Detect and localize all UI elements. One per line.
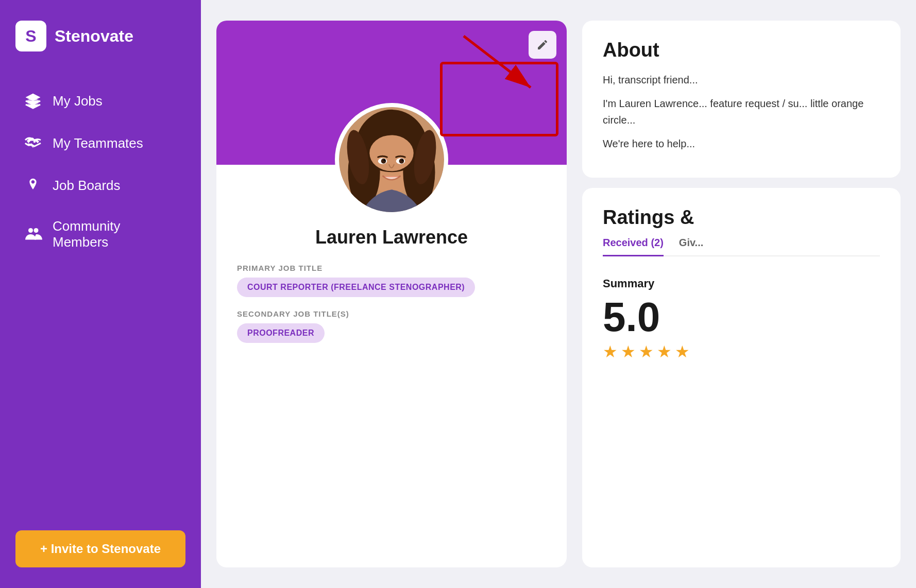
star-4: ★ (657, 342, 672, 361)
svg-point-19 (399, 159, 404, 164)
stars-row: ★ ★ ★ ★ ★ (603, 342, 880, 361)
svg-point-18 (381, 159, 386, 164)
layers-icon (24, 92, 42, 110)
sidebar-item-community-members[interactable]: Community Members (15, 209, 185, 260)
primary-job-title-label: PRIMARY JOB TITLE (237, 264, 546, 272)
star-1: ★ (603, 342, 618, 361)
about-text-1: Hi, transcript friend... (603, 72, 880, 88)
sidebar-item-my-jobs-label: My Jobs (53, 93, 103, 109)
group-icon (24, 225, 42, 244)
svg-point-5 (28, 228, 33, 233)
ratings-card: Ratings & Received (2) Giv... Summary 5.… (582, 188, 901, 567)
profile-header-bg (216, 21, 567, 165)
right-panel: About Hi, transcript friend... I'm Laure… (567, 21, 901, 567)
sidebar-item-community-members-label: Community Members (53, 218, 177, 250)
logo-box: S (15, 21, 46, 51)
ratings-title: Ratings & (603, 206, 880, 229)
svg-point-15 (369, 135, 413, 171)
invite-button[interactable]: + Invite to Stenovate (15, 530, 185, 567)
main-content: Lauren Lawrence PRIMARY JOB TITLE COURT … (201, 0, 916, 588)
avatar (335, 103, 448, 216)
profile-card: Lauren Lawrence PRIMARY JOB TITLE COURT … (216, 21, 567, 567)
svg-point-20 (383, 159, 385, 161)
sidebar-item-job-boards[interactable]: Job Boards (15, 167, 185, 204)
star-2: ★ (621, 342, 636, 361)
app-name: Stenovate (55, 27, 133, 46)
summary-section: Summary 5.0 ★ ★ ★ ★ ★ (603, 269, 880, 370)
logo-letter: S (25, 27, 36, 46)
edit-profile-button[interactable] (529, 31, 556, 59)
about-card: About Hi, transcript friend... I'm Laure… (582, 21, 901, 178)
tab-given[interactable]: Giv... (679, 237, 703, 255)
svg-point-6 (34, 228, 39, 233)
secondary-job-section: SECONDARY JOB TITLE(S) PROOFREADER (237, 309, 546, 343)
summary-label: Summary (603, 277, 880, 290)
about-title: About (603, 39, 880, 61)
sidebar-item-my-jobs[interactable]: My Jobs (15, 82, 185, 119)
secondary-job-title-value: PROOFREADER (237, 323, 325, 343)
sidebar-item-my-teammates[interactable]: My Teammates (15, 125, 185, 162)
sidebar-item-job-boards-label: Job Boards (53, 178, 121, 194)
star-3: ★ (639, 342, 654, 361)
nav-items: My Jobs My Teammates (15, 82, 185, 510)
pin-icon (24, 176, 42, 195)
primary-job-title-value: COURT REPORTER (FREELANCE STENOGRAPHER) (237, 278, 475, 297)
sidebar: S Stenovate My Jobs (0, 0, 201, 588)
about-text-3: We're here to help... (603, 135, 880, 152)
logo-area: S Stenovate (15, 21, 185, 51)
profile-name: Lauren Lawrence (237, 227, 546, 248)
summary-score: 5.0 (603, 297, 880, 338)
primary-job-section: PRIMARY JOB TITLE COURT REPORTER (FREELA… (237, 264, 546, 297)
svg-point-21 (401, 159, 403, 161)
star-5: ★ (675, 342, 690, 361)
secondary-job-title-label: SECONDARY JOB TITLE(S) (237, 309, 546, 318)
tab-received[interactable]: Received (2) (603, 237, 664, 256)
ratings-tabs: Received (2) Giv... (603, 237, 880, 256)
about-text-2: I'm Lauren Lawrence... feature request /… (603, 95, 880, 128)
sidebar-item-my-teammates-label: My Teammates (53, 135, 143, 151)
handshake-icon (24, 134, 42, 152)
